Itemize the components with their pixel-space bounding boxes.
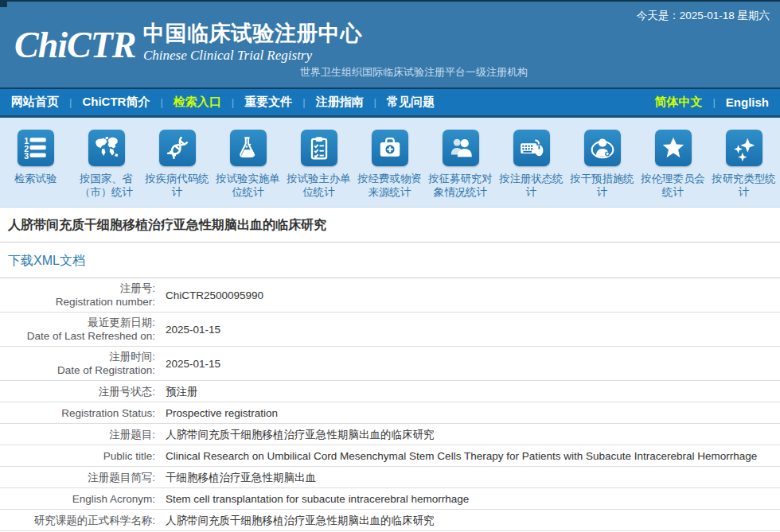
content: 人脐带间充质干细胞移植治疗亚急性期脑出血的临床研究 下载XML文档 注册号:Re… [0,208,780,531]
row-value: 人脐带间充质干细胞移植治疗亚急性期脑出血的临床研究 [155,428,780,441]
row-label: 注册时间:Date of Registration: [0,350,155,377]
dna-icon[interactable] [159,130,196,166]
nav-items: 网站首页|ChiCTR简介|检索入口|重要文件|注册指南|常见问题 [11,95,435,110]
chictr-logo[interactable]: ChiCTR [14,24,136,66]
row-label: Registration Status: [0,406,155,420]
doctor-icon[interactable] [584,130,621,166]
table-row: 注册时间:Date of Registration:2025-01-15 [0,347,780,381]
toolbar-item[interactable]: 按经费或物资来源统计 [354,130,425,207]
main-nav: 网站首页|ChiCTR简介|检索入口|重要文件|注册指南|常见问题 简体中文 |… [0,87,780,118]
nav-item[interactable]: 网站首页 [11,95,59,110]
download-xml-link[interactable]: 下载XML文档 [0,243,780,278]
toolbar-item[interactable]: 按试验实施单位统计 [213,130,283,207]
toolbar-item[interactable]: 按疾病代码统计 [142,130,213,207]
stats-toolbar: 123检索试验按国家、省（市）统计按疾病代码统计按试验实施单位统计按试验主办单位… [0,118,780,208]
row-value: ChiCTR2500095990 [155,289,780,302]
nav-item[interactable]: 检索入口 [174,95,221,110]
table-row: English Acronym:Stem cell transplantatio… [0,488,780,510]
site-title-zh: 中国临床试验注册中心 [143,21,362,46]
toolbar-item-label: 按试验主办单位统计 [286,172,353,199]
site-title-block: 中国临床试验注册中心 Chinese Clinical Trial Regist… [143,21,362,64]
table-row: 注册题目简写:干细胞移植治疗亚急性期脑出血 [0,467,780,488]
row-value: 人脐带间充质干细胞移植治疗亚急性期脑出血的临床研究 [155,514,780,527]
toolbar-item[interactable]: 按征募研究对象情况统计 [425,130,496,207]
toolbar-item-label: 按试验实施单位统计 [215,172,282,199]
table-row: Registration Status:Prospective registra… [0,402,780,424]
toolbar-item-label: 按注册状态统计 [498,172,565,199]
table-row: 最近更新日期:Date of Last Refreshed on:2025-01… [0,313,780,347]
detail-table: 注册号:Registration number:ChiCTR2500095990… [0,278,780,531]
medical-bag-icon[interactable] [372,130,408,166]
toolbar-item-label: 按经费或物资来源统计 [357,172,423,199]
corner-decoration [0,0,7,7]
toolbar-item[interactable]: 按国家、省（市）统计 [71,130,142,207]
nav-separator: | [712,96,715,108]
row-value: 2025-01-15 [155,357,780,371]
row-label: English Acronym: [0,492,155,506]
toolbar-item-label: 检索试验 [2,172,69,185]
nav-separator: | [69,96,72,108]
lang-english[interactable]: English [726,95,769,109]
toolbar-item-label: 按国家、省（市）统计 [73,172,140,199]
toolbar-item-label: 按疾病代码统计 [144,172,211,199]
row-value: Prospective registration [155,406,780,420]
toolbar-item[interactable]: 按注册状态统计 [496,130,567,207]
nav-item[interactable]: 常见问题 [387,95,435,110]
clipboard-icon[interactable] [301,130,337,166]
toolbar-item[interactable]: 123检索试验 [0,130,71,207]
sparkles-icon[interactable] [726,130,762,166]
row-label: 注册题目简写: [0,471,155,484]
today-date: 今天是：2025-01-18 星期六 [637,9,770,23]
row-value: Clinical Research on Umbilical Cord Mese… [155,449,780,463]
flask-icon[interactable] [230,130,267,166]
nav-item[interactable]: ChiCTR简介 [82,95,150,110]
nav-separator: | [374,96,376,108]
table-row: 注册题目:人脐带间充质干细胞移植治疗亚急性期脑出血的临床研究 [0,424,780,445]
row-value: 预注册 [155,385,780,398]
nav-separator: | [302,96,305,108]
row-label: 注册题目: [0,428,155,441]
lang-simplified-chinese[interactable]: 简体中文 [654,95,702,110]
world-map-icon[interactable] [88,130,125,166]
toolbar-item-label: 按征募研究对象情况统计 [427,172,494,199]
toolbar-item[interactable]: 按伦理委员会统计 [638,130,708,207]
toolbar-item-label: 按研究类型统计 [711,172,778,199]
keyboard-mouse-icon[interactable] [513,130,550,166]
toolbar-item-label: 按伦理委员会统计 [640,172,707,199]
page-title: 人脐带间充质干细胞移植治疗亚急性期脑出血的临床研究 [0,208,780,243]
numbered-list-icon[interactable]: 123 [18,130,54,166]
nav-item[interactable]: 重要文件 [244,95,292,110]
row-label: 注册号状态: [0,385,155,398]
row-label: 注册号:Registration number: [0,282,155,309]
table-row: 研究课题的正式科学名称:人脐带间充质干细胞移植治疗亚急性期脑出血的临床研究 [0,510,780,531]
row-value: 干细胞移植治疗亚急性期脑出血 [155,471,780,484]
nav-item[interactable]: 注册指南 [316,95,364,110]
nav-separator: | [160,96,162,108]
nav-separator: | [232,96,234,108]
row-label: 最近更新日期:Date of Last Refreshed on: [0,316,155,343]
row-value: 2025-01-15 [155,323,780,336]
row-value: Stem cell transplantation for subacute i… [155,492,780,506]
site-title-en: Chinese Clinical Trial Registry [143,48,362,64]
table-row: 注册号:Registration number:ChiCTR2500095990 [0,278,780,313]
table-row: Public title:Clinical Research on Umbili… [0,445,780,467]
nav-lang-switch: 简体中文 | English [654,95,769,110]
people-icon[interactable] [443,130,479,166]
table-row: 注册号状态:预注册 [0,381,780,402]
row-label: Public title: [0,449,155,463]
row-label: 研究课题的正式科学名称: [0,514,155,527]
star-icon[interactable] [655,130,692,166]
toolbar-item-label: 按干预措施统计 [569,172,636,199]
toolbar-item[interactable]: 按试验主办单位统计 [283,130,354,207]
toolbar-item[interactable]: 按干预措施统计 [567,130,638,207]
header: 今天是：2025-01-18 星期六 ChiCTR 中国临床试验注册中心 Chi… [0,0,780,87]
toolbar-item[interactable]: 按研究类型统计 [708,130,779,207]
who-subtitle: 世界卫生组织国际临床试验注册平台一级注册机构 [300,65,528,80]
svg-text:3: 3 [24,151,29,161]
